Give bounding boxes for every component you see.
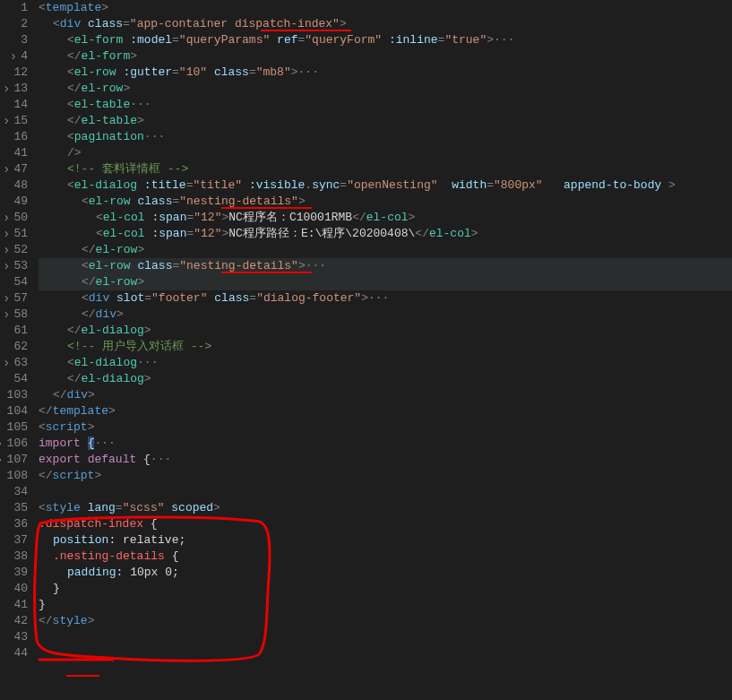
- code-line[interactable]: <el-row :gutter="10" class="mb8">···: [39, 65, 732, 81]
- code-line[interactable]: <div slot="footer" class="dialog-footer"…: [39, 290, 732, 307]
- line-number[interactable]: 54: [0, 371, 28, 387]
- code-line[interactable]: />: [39, 145, 732, 161]
- line-number[interactable]: 16: [0, 129, 28, 145]
- red-underline-annotation: [66, 675, 99, 677]
- code-line[interactable]: <style lang="scss" scoped>: [39, 500, 732, 516]
- line-number[interactable]: 34: [0, 484, 28, 500]
- line-number[interactable]: 43: [0, 629, 28, 645]
- line-number[interactable]: 38: [0, 549, 28, 565]
- line-number[interactable]: 54: [0, 274, 28, 290]
- code-line[interactable]: </el-dialog>: [39, 371, 732, 387]
- line-number[interactable]: 41: [0, 597, 28, 613]
- line-number[interactable]: 107: [0, 452, 28, 468]
- line-number[interactable]: 47: [0, 161, 28, 177]
- code-line[interactable]: </el-table>: [39, 113, 732, 129]
- line-number[interactable]: 3: [0, 32, 28, 48]
- code-line[interactable]: <pagination···: [39, 129, 732, 145]
- code-line[interactable]: <el-form :model="queryParams" ref="query…: [39, 32, 732, 48]
- line-number[interactable]: 37: [0, 532, 28, 549]
- line-number[interactable]: 58: [0, 307, 28, 323]
- line-number[interactable]: 48: [0, 177, 28, 194]
- line-number[interactable]: 53: [0, 258, 28, 274]
- code-line[interactable]: <el-dialog :title="title" :visible.sync=…: [39, 177, 732, 194]
- code-line[interactable]: <div class="app-container dispatch-index…: [39, 16, 732, 32]
- line-number-gutter[interactable]: 1234121314151641474849505152535457586162…: [0, 0, 31, 700]
- code-line[interactable]: <el-row class="nesting-details">···: [39, 258, 732, 274]
- line-number[interactable]: 14: [0, 97, 28, 113]
- line-number[interactable]: 50: [0, 210, 28, 226]
- line-number[interactable]: 49: [0, 194, 28, 210]
- code-area[interactable]: <template><div class="app-container disp…: [31, 0, 732, 700]
- code-line[interactable]: </div>: [39, 387, 732, 403]
- code-line[interactable]: [39, 484, 732, 500]
- line-number[interactable]: 36: [0, 516, 28, 532]
- code-editor[interactable]: 1234121314151641474849505152535457586162…: [0, 0, 732, 700]
- code-line[interactable]: <el-table···: [39, 97, 732, 113]
- code-line[interactable]: </el-row>: [39, 274, 732, 290]
- red-underline-annotation: [221, 272, 312, 273]
- line-number[interactable]: 63: [0, 355, 28, 371]
- line-number[interactable]: 105: [0, 419, 28, 436]
- code-line[interactable]: </div>: [39, 307, 732, 323]
- line-number[interactable]: 40: [0, 581, 28, 597]
- line-number[interactable]: 2: [0, 16, 28, 32]
- code-line[interactable]: </el-dialog>: [39, 323, 732, 339]
- code-line[interactable]: <el-col :span="12">NC程序路径：E:\程序\20200408…: [39, 226, 732, 242]
- code-line[interactable]: </el-row>: [39, 81, 732, 97]
- line-number[interactable]: 104: [0, 403, 28, 419]
- line-number[interactable]: 35: [0, 500, 28, 516]
- code-line[interactable]: <el-row class="nesting-details">: [39, 194, 732, 210]
- line-number[interactable]: 61: [0, 323, 28, 339]
- code-line[interactable]: <!-- 用户导入对话框 -->: [39, 339, 732, 355]
- line-number[interactable]: 41: [0, 145, 28, 161]
- code-line[interactable]: [39, 629, 732, 645]
- code-line[interactable]: .nesting-details {: [39, 549, 732, 565]
- red-underline-annotation: [221, 207, 312, 209]
- red-underline-annotation: [261, 30, 351, 31]
- line-number[interactable]: 57: [0, 290, 28, 307]
- line-number[interactable]: 1: [0, 0, 28, 16]
- line-number[interactable]: 62: [0, 339, 28, 355]
- line-number[interactable]: 4: [0, 48, 28, 65]
- line-number[interactable]: 108: [0, 468, 28, 484]
- code-line[interactable]: }: [39, 581, 732, 597]
- code-line[interactable]: }: [39, 597, 732, 613]
- code-line[interactable]: <script>: [39, 419, 732, 436]
- line-number[interactable]: 103: [0, 387, 28, 403]
- code-line[interactable]: </el-form>: [39, 48, 732, 65]
- code-line[interactable]: <template>: [39, 0, 732, 16]
- line-number[interactable]: 39: [0, 565, 28, 581]
- code-line[interactable]: </script>: [39, 468, 732, 484]
- code-line[interactable]: padding: 10px 0;: [39, 565, 732, 581]
- code-line[interactable]: <el-dialog···: [39, 355, 732, 371]
- code-line[interactable]: <el-col :span="12">NC程序名：C10001RMB</el-c…: [39, 210, 732, 226]
- code-line[interactable]: import {···: [39, 436, 732, 452]
- line-number[interactable]: 44: [0, 645, 28, 661]
- line-number[interactable]: 15: [0, 113, 28, 129]
- code-line[interactable]: </style>: [39, 613, 732, 629]
- code-line[interactable]: position: relative;: [39, 532, 732, 549]
- line-number[interactable]: 42: [0, 613, 28, 629]
- code-line[interactable]: <!-- 套料详情框 -->: [39, 161, 732, 177]
- code-line[interactable]: export default {···: [39, 452, 732, 468]
- code-line[interactable]: </el-row>: [39, 242, 732, 258]
- code-line[interactable]: .dispatch-index {: [39, 516, 732, 532]
- code-line[interactable]: </template>: [39, 403, 732, 419]
- line-number[interactable]: 12: [0, 65, 28, 81]
- line-number[interactable]: 52: [0, 242, 28, 258]
- line-number[interactable]: 51: [0, 226, 28, 242]
- line-number[interactable]: 13: [0, 81, 28, 97]
- line-number[interactable]: 106: [0, 436, 28, 452]
